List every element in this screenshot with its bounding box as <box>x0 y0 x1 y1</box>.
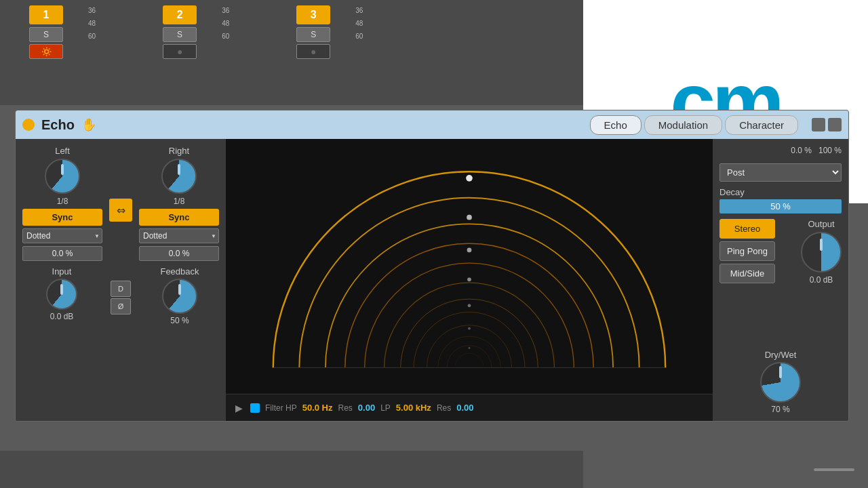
svg-point-6 <box>468 327 471 330</box>
bottom-line <box>814 468 854 471</box>
mid-side-button[interactable]: Mid/Side <box>719 264 775 283</box>
tab-echo[interactable]: Echo <box>590 115 642 135</box>
left-delay-knob[interactable] <box>45 159 80 194</box>
filter-res1-value: 0.00 <box>358 403 375 413</box>
right-dotted-select[interactable]: Dotted Straight Triplet <box>139 228 219 243</box>
stereo-button[interactable]: Stereo <box>719 219 775 239</box>
channel-3-solo[interactable]: S <box>296 27 330 42</box>
fader-scale-2: 36 48 60 <box>222 5 229 100</box>
right-panel: 0.0 % 100 % Post Pre Decay 50 <box>713 139 848 421</box>
filter-hp-value: 50.0 Hz <box>302 403 333 413</box>
channel-2-solo[interactable]: S <box>163 27 197 42</box>
right-delay-knob[interactable] <box>161 159 197 194</box>
right-sync-button[interactable]: Sync <box>139 209 219 226</box>
decay-row: Decay 50 % <box>719 187 842 214</box>
output-value: 0.0 dB <box>810 275 833 285</box>
filter-bar: ▶ Filter HP 50.0 Hz Res 0.00 LP 5.00 kHz… <box>226 394 713 421</box>
bottom-right-area <box>583 451 868 488</box>
svg-point-1 <box>466 175 473 182</box>
output-col: Output <box>808 219 834 229</box>
filter-lp-label: LP <box>380 403 391 413</box>
drywet-label: Dry/Wet <box>765 350 797 360</box>
window-btn-1[interactable] <box>812 118 825 131</box>
feedback-col: Feedback 50 % <box>140 266 219 325</box>
mode-buttons-group: Stereo Ping Pong Mid/Side <box>719 219 775 283</box>
svg-point-2 <box>467 215 472 220</box>
channel-3-mute[interactable]: ● <box>296 44 330 59</box>
channel-2-mute[interactable]: ● <box>163 44 197 59</box>
plugin-tabs: Echo Modulation Character <box>590 115 798 135</box>
pct2-col: 100 % <box>818 146 842 155</box>
plugin-window-buttons <box>812 118 842 131</box>
left-delay-label: Left <box>55 146 70 156</box>
bottom-area <box>0 451 583 488</box>
right-pct-box[interactable]: 0.0 % <box>139 246 219 261</box>
filter-lp-value: 5.00 kHz <box>396 403 431 413</box>
right-delay-value: 1/8 <box>174 197 185 206</box>
d-phi-group: D Ø <box>111 281 131 314</box>
fader-scale-1: 36 48 60 <box>88 5 96 100</box>
decay-label: Decay <box>719 187 842 197</box>
right-top-stereo: 0.0 % 100 % <box>719 146 842 155</box>
percent-row: 0.0 % 100 % <box>791 146 842 155</box>
left-delay-col: Left 1/8 Sync Dotted Straight Triplet 0.… <box>22 146 102 261</box>
link-button[interactable]: ⇔ <box>109 199 132 222</box>
svg-point-7 <box>469 347 471 349</box>
svg-point-5 <box>468 304 471 307</box>
left-pct-box[interactable]: 0.0 % <box>22 246 102 261</box>
left-dotted-wrapper: Dotted Straight Triplet <box>22 228 102 243</box>
feedback-value: 50 % <box>170 316 189 325</box>
channel-2-button[interactable]: 2 <box>163 5 197 24</box>
fader-scale-3: 36 48 60 <box>355 5 363 100</box>
channel-3-button[interactable]: 3 <box>296 5 330 24</box>
right-delay-label: Right <box>169 146 189 156</box>
ping-pong-button[interactable]: Ping Pong <box>719 241 775 261</box>
echo-plugin: Echo ✋ Echo Modulation Character Left 1/… <box>15 110 849 422</box>
filter-res2-value: 0.00 <box>456 403 473 413</box>
left-dotted-select[interactable]: Dotted Straight Triplet <box>22 228 102 243</box>
post-select[interactable]: Post Pre <box>719 163 842 182</box>
d-button[interactable]: D <box>111 281 131 297</box>
filter-hp-label: Filter HP <box>265 403 297 413</box>
channel-1-solo[interactable]: S <box>29 27 63 42</box>
output-knob[interactable] <box>801 232 842 272</box>
channel-1-mute[interactable]: 🔅 <box>29 44 63 59</box>
left-sync-button[interactable]: Sync <box>22 209 102 226</box>
input-knob[interactable] <box>46 279 77 310</box>
input-label: Input <box>52 266 72 277</box>
channel-1-button[interactable]: 1 <box>29 5 63 24</box>
plugin-power-button[interactable] <box>22 119 35 131</box>
mode-buttons: Stereo Ping Pong Mid/Side <box>719 219 775 283</box>
pct1-col: 0.0 % <box>791 146 812 155</box>
phi-button[interactable]: Ø <box>111 298 131 314</box>
drywet-value: 70 % <box>771 405 789 414</box>
plugin-body: Left 1/8 Sync Dotted Straight Triplet 0.… <box>16 139 848 421</box>
tab-character[interactable]: Character <box>725 115 798 135</box>
drywet-knob[interactable] <box>760 362 801 403</box>
mixer-channel-1: 1 S 🔅 <box>5 5 87 100</box>
filter-active-indicator <box>250 403 260 413</box>
filter-res1-label: Res <box>338 403 352 413</box>
post-dropdown-row: Post Pre <box>719 163 842 182</box>
feedback-label: Feedback <box>160 266 199 277</box>
input-value: 0.0 dB <box>50 312 74 321</box>
mixer-area: 1 S 🔅 36 48 60 2 S ● 36 48 60 3 S ● 36 4… <box>0 0 583 105</box>
pct1-value: 0.0 % <box>791 146 812 155</box>
output-label: Output <box>808 219 834 229</box>
feedback-knob[interactable] <box>162 279 197 314</box>
right-dotted-wrapper: Dotted Straight Triplet <box>139 228 219 243</box>
left-delay-value: 1/8 <box>57 197 68 206</box>
viz-area: ▶ Filter HP 50.0 Hz Res 0.00 LP 5.00 kHz… <box>226 139 713 421</box>
delay-row: Left 1/8 Sync Dotted Straight Triplet 0.… <box>22 146 219 261</box>
pct2-value: 100 % <box>818 146 842 155</box>
decay-bar[interactable]: 50 % <box>719 199 842 214</box>
tab-modulation[interactable]: Modulation <box>644 115 722 135</box>
left-panel: Left 1/8 Sync Dotted Straight Triplet 0.… <box>16 139 226 421</box>
drywet-col: Dry/Wet 70 % <box>719 350 842 414</box>
filter-play-button[interactable]: ▶ <box>233 402 245 414</box>
filter-res2-label: Res <box>437 403 451 413</box>
mixer-channel-2: 2 S ● <box>139 5 220 100</box>
mixer-channel-3: 3 S ● <box>273 5 354 100</box>
svg-point-3 <box>467 248 472 253</box>
window-btn-2[interactable] <box>828 118 842 131</box>
